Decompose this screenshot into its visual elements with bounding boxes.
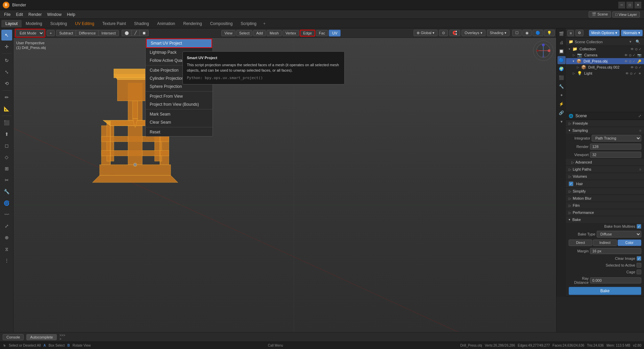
menu-help[interactable]: Help <box>64 11 78 18</box>
outliner-filter-btn[interactable]: ▾ <box>627 39 634 45</box>
tool-edge-slide[interactable]: ⤢ <box>1 221 12 231</box>
face-select-btn[interactable]: ◼ <box>140 30 149 36</box>
tool-extrude[interactable]: ⬆ <box>1 129 12 140</box>
motion-blur-header[interactable]: ▷ Motion Blur <box>566 195 644 202</box>
volumes-header[interactable]: ▷ Volumes <box>566 173 644 180</box>
tool-scale[interactable]: ⤡ <box>1 67 12 77</box>
tool-add-cube[interactable]: ⬛ <box>1 117 12 128</box>
global-selector[interactable]: ⊕ Global ▾ <box>414 30 438 36</box>
scene-tree-item-collection[interactable]: ▾ 📁 Collection 👁 ⊙ ✓ <box>566 46 644 52</box>
select-menu[interactable]: Select <box>236 30 253 36</box>
edge-menu[interactable]: Edge <box>300 30 315 36</box>
tool-transform[interactable]: ⟲ <box>1 78 12 89</box>
snap-btn[interactable]: 🧲 <box>449 30 460 36</box>
edge-select-btn[interactable]: ╱ <box>131 30 140 36</box>
rendered-shading[interactable]: 💡 <box>544 30 555 36</box>
film-header[interactable]: ▷ Film <box>566 202 644 209</box>
object-props-icon[interactable]: ⬛ <box>558 74 566 82</box>
maximize-button[interactable]: □ <box>626 2 633 8</box>
subtract-btn[interactable]: Subtract <box>56 30 76 36</box>
margin-input[interactable] <box>590 248 641 254</box>
mesh-menu[interactable]: Mesh <box>267 30 282 36</box>
advanced-header[interactable]: ▷ Advanced <box>566 159 644 166</box>
tool-spin[interactable]: 🌀 <box>1 198 12 208</box>
output-props-icon[interactable]: 🖨 <box>558 39 566 47</box>
tab-scripting[interactable]: Scripting <box>237 20 261 27</box>
close-button[interactable]: ✕ <box>635 2 641 8</box>
tab-uv-editing[interactable]: UV Editing <box>71 20 98 27</box>
uv-menu-btn[interactable]: UV <box>329 30 341 36</box>
tool-rotate[interactable]: ↻ <box>1 55 12 66</box>
performance-header[interactable]: ▷ Performance <box>566 209 644 216</box>
view-menu[interactable]: View <box>221 30 236 36</box>
tool-measure[interactable]: 📐 <box>1 103 12 114</box>
clear-image-checkbox[interactable]: ✓ <box>637 256 641 261</box>
tool-cursor[interactable]: ↖ <box>1 30 12 41</box>
tool-move[interactable]: ✛ <box>1 41 12 52</box>
uv-smart-project[interactable]: Smart UV Project <box>146 39 212 48</box>
outliner-toggle[interactable]: ≡ <box>567 30 574 36</box>
tool-loop-cut[interactable]: ⊞ <box>1 163 12 174</box>
autocomplete-tab[interactable]: Autocomplete <box>26 334 56 340</box>
indirect-btn[interactable]: Indirect <box>593 240 617 246</box>
modifier-props-icon[interactable]: 🔧 <box>558 82 566 91</box>
uv-project-from-view[interactable]: Project From View <box>146 92 213 100</box>
cage-checkbox[interactable] <box>637 270 641 274</box>
selected-to-active-checkbox[interactable] <box>637 263 641 268</box>
render-props-icon[interactable]: 🎬 <box>558 30 566 38</box>
scene-props-icon[interactable]: 🔵 <box>558 56 566 64</box>
tool-inset[interactable]: ◻ <box>1 140 12 151</box>
wireframe-shading[interactable]: ☐ <box>512 30 522 36</box>
menu-render[interactable]: Render <box>26 11 44 18</box>
add-workspace-button[interactable]: + <box>261 20 268 27</box>
mode-selector[interactable]: Edit Mode <box>16 30 44 36</box>
tool-annotate[interactable]: ✏ <box>1 92 12 103</box>
tool-bevel[interactable]: ◇ <box>1 152 12 163</box>
render-value-input[interactable] <box>590 144 641 150</box>
material-shading[interactable]: 🔵 <box>532 30 543 36</box>
view-layer-props-icon[interactable]: 🔲 <box>558 47 566 55</box>
bake-from-multires-checkbox[interactable]: ✓ <box>637 224 641 229</box>
uv-project-from-view-bounds[interactable]: Project from View (Bounds) <box>146 100 213 108</box>
uv-mark-seam[interactable]: Mark Seam <box>146 110 213 118</box>
view-orientation-gizmo[interactable] <box>533 41 553 61</box>
integrator-dropdown[interactable]: Path Tracing Branched Path Tracing <box>592 135 641 142</box>
scene-tree-item-drill-press-002[interactable]: ▷ 📦 Drill_Press.obj 002 👁 ⊙ ✓ <box>566 64 644 70</box>
outliner-search-btn[interactable]: 🔍 <box>635 39 641 45</box>
freestyle-header[interactable]: ▷ Freestyle <box>566 120 644 127</box>
difference-btn[interactable]: Difference <box>76 30 98 36</box>
physics-props-icon[interactable]: ⚡ <box>558 100 566 108</box>
solid-shading[interactable]: ◉ <box>522 30 532 36</box>
tab-modeling[interactable]: Modeling <box>22 20 46 27</box>
shading-btn[interactable]: Shading ▾ <box>487 30 510 36</box>
color-btn[interactable]: Color <box>618 240 641 246</box>
add-menu[interactable]: Add <box>253 30 266 36</box>
constraints-props-icon[interactable]: 🔗 <box>558 109 566 117</box>
tab-animation[interactable]: Animation <box>153 20 179 27</box>
scene-tree-item-camera[interactable]: ▷ 📷 Camera 👁 ⊙ ✓ 📷 <box>566 52 644 58</box>
data-props-icon[interactable]: ▾ <box>558 118 566 126</box>
bake-header[interactable]: ▾ Bake <box>566 216 644 223</box>
scene-selector[interactable]: 🎬 Scene <box>589 11 611 18</box>
add-btn[interactable]: + <box>47 30 55 36</box>
normals-btn[interactable]: Normals ▾ <box>621 30 643 36</box>
tool-shear[interactable]: ⧖ <box>1 244 12 254</box>
menu-edit[interactable]: Edit <box>13 11 26 18</box>
scene-fullscreen-icon[interactable]: ⤢ <box>638 114 641 118</box>
tab-sculpting[interactable]: Sculpting <box>46 20 71 27</box>
world-props-icon[interactable]: 🌍 <box>558 65 566 73</box>
overlays-btn[interactable]: Overlays ▾ <box>462 30 485 36</box>
tab-texture-paint[interactable]: Texture Paint <box>98 20 130 27</box>
proportional-edit[interactable]: ⊙ <box>439 30 448 36</box>
properties-toggle[interactable]: ⚙ <box>575 30 584 36</box>
tab-layout[interactable]: Layout <box>1 20 22 27</box>
light-paths-list-icon[interactable]: ≡ <box>639 168 641 171</box>
tool-smooth[interactable]: 〰 <box>1 209 12 220</box>
bake-type-dropdown[interactable]: Diffuse Combined Ambient Occlusion Shado… <box>597 231 641 238</box>
view-layer-selector[interactable]: □ View Layer <box>612 11 640 18</box>
vertex-menu[interactable]: Vertex <box>282 30 299 36</box>
console-tab[interactable]: Console <box>3 334 24 340</box>
ray-distance-input[interactable] <box>590 277 641 283</box>
vertex-select-btn[interactable]: ⬤ <box>122 30 131 36</box>
direct-btn[interactable]: Direct <box>569 240 592 246</box>
